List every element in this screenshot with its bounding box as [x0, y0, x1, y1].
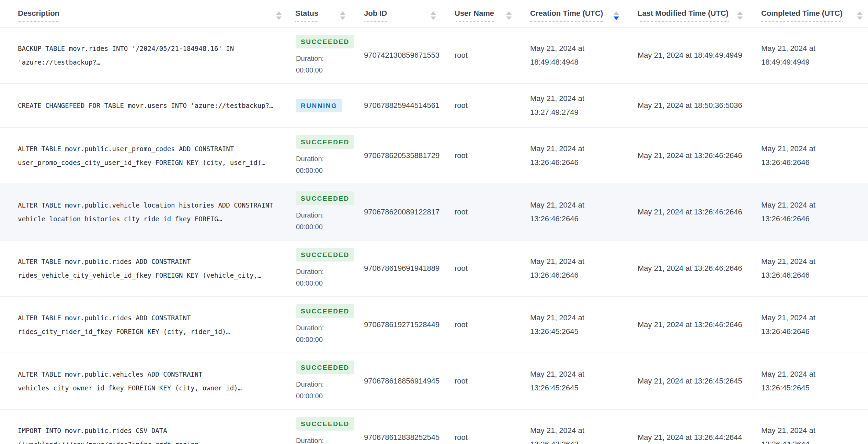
user-name: root	[455, 264, 468, 273]
table-header-row: Description Status Job ID User Name	[0, 0, 868, 27]
creation-time: May 21, 2024 at 18:49:48:4948	[530, 44, 584, 66]
job-id: 970742130859671553	[364, 51, 439, 59]
table-row[interactable]: ALTER TABLE movr.public.rides ADD CONSTR…	[0, 240, 868, 297]
duration-label: Duration:	[296, 266, 356, 277]
last-modified-time: May 21, 2024 at 13:26:46:2646	[638, 151, 742, 160]
status-badge: SUCCEEDED	[296, 248, 354, 262]
sort-down-arrow-icon	[340, 16, 345, 20]
table-row[interactable]: BACKUP TABLE movr.rides INTO '/2024/05/2…	[0, 27, 868, 84]
table-row[interactable]: ALTER TABLE movr.public.vehicles ADD CON…	[0, 353, 868, 409]
duration-value: 00:00:00	[296, 390, 356, 402]
last-modified-time: May 21, 2024 at 13:26:46:2646	[638, 208, 742, 216]
duration-label: Duration:	[296, 322, 356, 334]
job-duration: Duration: 00:00:00	[296, 209, 356, 233]
column-header-job-id[interactable]: Job ID	[359, 0, 450, 27]
job-id: 970678612838252545	[364, 433, 439, 442]
completed-time: May 21, 2024 at 13:26:46:2646	[761, 201, 815, 223]
last-modified-time: May 21, 2024 at 13:26:44:2644	[638, 433, 742, 442]
sort-up-arrow-icon	[431, 11, 436, 15]
duration-value: 00:00:00	[296, 277, 356, 289]
job-id: 970678620535881729	[364, 151, 439, 160]
completed-time: May 21, 2024 at 13:26:44:2644	[761, 426, 815, 444]
user-name: root	[455, 151, 468, 160]
sort-icon	[276, 11, 282, 20]
status-badge: SUCCEEDED	[296, 360, 354, 374]
last-modified-time: May 21, 2024 at 13:26:46:2646	[638, 320, 742, 329]
column-header-user-name[interactable]: User Name	[450, 0, 525, 27]
column-label: Job ID	[364, 9, 387, 22]
column-header-completed-time[interactable]: Completed Time (UTC)	[756, 0, 868, 27]
job-description[interactable]: IMPORT INTO movr.public.rides CSV DATA (…	[18, 427, 206, 444]
status-badge: RUNNING	[296, 99, 342, 112]
job-duration: Duration: 00:00:00	[296, 378, 356, 402]
job-id: 970678620089122817	[364, 208, 439, 216]
job-duration: Duration: 00:00:00	[296, 266, 356, 289]
user-name: root	[455, 51, 468, 59]
job-description[interactable]: CREATE CHANGEFEED FOR TABLE movr.users I…	[18, 102, 273, 109]
job-description[interactable]: ALTER TABLE movr.public.rides ADD CONSTR…	[18, 258, 261, 279]
duration-label: Duration:	[296, 435, 356, 444]
table-row[interactable]: ALTER TABLE movr.public.vehicle_location…	[0, 184, 868, 240]
sort-icon	[340, 11, 345, 20]
column-label: Last Modified Time (UTC)	[638, 9, 729, 22]
creation-time: May 21, 2024 at 13:27:49:2749	[530, 94, 584, 116]
sort-up-arrow-icon	[506, 11, 512, 15]
jobs-table: Description Status Job ID User Name	[0, 0, 868, 444]
duration-label: Duration:	[296, 53, 356, 64]
job-description[interactable]: ALTER TABLE movr.public.vehicle_location…	[18, 201, 273, 223]
column-header-description[interactable]: Description	[0, 0, 290, 27]
column-header-creation-time[interactable]: Creation Time (UTC)	[525, 0, 633, 27]
completed-time: May 21, 2024 at 13:26:46:2646	[761, 144, 815, 167]
job-duration: Duration: 00:00:00	[296, 435, 356, 444]
column-label: Creation Time (UTC)	[530, 9, 603, 22]
duration-value: 00:00:00	[296, 64, 356, 76]
user-name: root	[455, 433, 468, 442]
table-row[interactable]: CREATE CHANGEFEED FOR TABLE movr.users I…	[0, 84, 868, 127]
user-name: root	[455, 377, 468, 385]
table-row[interactable]: ALTER TABLE movr.public.user_promo_codes…	[0, 127, 868, 184]
duration-value: 00:00:00	[296, 334, 356, 345]
column-header-last-modified-time[interactable]: Last Modified Time (UTC)	[633, 0, 756, 27]
user-name: root	[455, 208, 468, 216]
table-row[interactable]: IMPORT INTO movr.public.rides CSV DATA (…	[0, 409, 868, 444]
column-label: User Name	[455, 9, 494, 22]
creation-time: May 21, 2024 at 13:26:45:2645	[530, 370, 584, 392]
job-id: 970678619271528449	[364, 320, 439, 329]
status-badge: SUCCEEDED	[296, 191, 354, 205]
duration-value: 00:00:00	[296, 221, 356, 233]
job-description[interactable]: ALTER TABLE movr.public.rides ADD CONSTR…	[18, 314, 230, 335]
sort-up-arrow-icon	[857, 11, 863, 15]
sort-down-arrow-icon	[276, 16, 282, 20]
duration-label: Duration:	[296, 378, 356, 390]
creation-time: May 21, 2024 at 13:26:46:2646	[530, 144, 584, 167]
sort-icon	[857, 11, 863, 20]
last-modified-time: May 21, 2024 at 18:49:49:4949	[638, 51, 742, 59]
sort-down-arrow-icon	[857, 16, 863, 20]
last-modified-time: May 21, 2024 at 13:26:45:2645	[638, 377, 742, 385]
duration-label: Duration:	[296, 153, 356, 165]
last-modified-time: May 21, 2024 at 18:50:36:5036	[638, 101, 742, 110]
completed-time: May 21, 2024 at 13:26:45:2645	[761, 370, 815, 392]
table-row[interactable]: ALTER TABLE movr.public.rides ADD CONSTR…	[0, 297, 868, 353]
sort-icon	[506, 11, 512, 20]
job-description[interactable]: BACKUP TABLE movr.rides INTO '/2024/05/2…	[18, 45, 234, 66]
job-duration: Duration: 00:00:00	[296, 153, 356, 176]
job-description[interactable]: ALTER TABLE movr.public.user_promo_codes…	[18, 145, 265, 166]
sort-icon	[737, 11, 743, 20]
status-badge: SUCCEEDED	[296, 304, 354, 318]
sort-up-arrow-icon	[276, 11, 282, 15]
duration-label: Duration:	[296, 209, 356, 221]
completed-time: May 21, 2024 at 18:49:49:4949	[761, 44, 815, 66]
creation-time: May 21, 2024 at 13:26:46:2646	[530, 257, 584, 279]
job-id: 970678825944514561	[364, 101, 439, 110]
user-name: root	[455, 101, 468, 110]
sort-down-arrow-icon	[431, 16, 436, 20]
sort-icon	[431, 11, 436, 20]
duration-value: 00:00:00	[296, 165, 356, 176]
column-header-status[interactable]: Status	[290, 0, 359, 27]
job-id: 970678619691941889	[364, 264, 439, 273]
job-duration: Duration: 00:00:00	[296, 53, 356, 76]
creation-time: May 21, 2024 at 13:26:43:2643	[530, 426, 584, 444]
job-duration: Duration: 00:00:00	[296, 322, 356, 345]
job-description[interactable]: ALTER TABLE movr.public.vehicles ADD CON…	[18, 370, 242, 392]
